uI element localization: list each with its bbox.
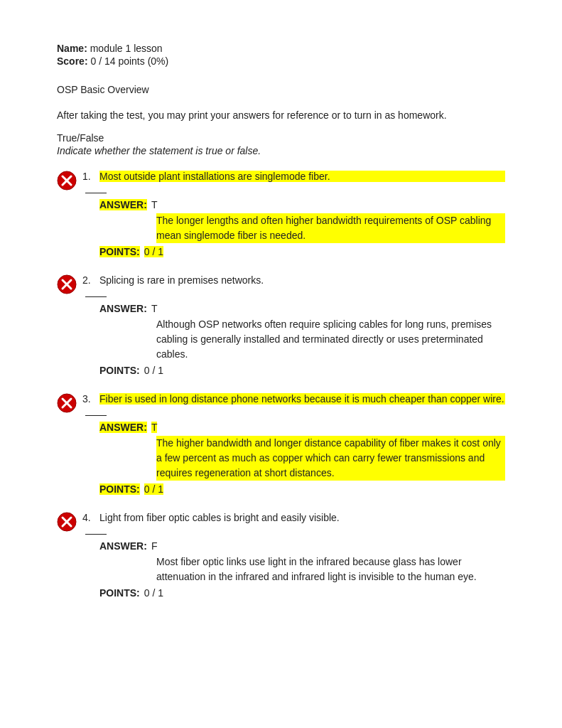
points-label-1: POINTS: bbox=[99, 246, 140, 257]
explanation-4: Most fiber optic links use light in the … bbox=[156, 555, 505, 584]
answer-label-3: ANSWER: bbox=[99, 422, 147, 433]
name-line: Name: module 1 lesson bbox=[57, 43, 505, 54]
incorrect-icon-1 bbox=[57, 171, 77, 191]
incorrect-icon-3 bbox=[57, 393, 77, 413]
answer-line-3: ANSWER: T bbox=[99, 422, 505, 433]
question-text-4: Light from fiber optic cables is bright … bbox=[99, 512, 505, 523]
header-section: Name: module 1 lesson Score: 0 / 14 poin… bbox=[57, 43, 505, 67]
answer-value-1: T bbox=[151, 199, 158, 210]
answer-value-4: F bbox=[151, 540, 158, 552]
questions-container: 1. Most outside plant installations are … bbox=[57, 171, 505, 599]
question-number-3: 3. bbox=[82, 393, 95, 405]
points-line-1: POINTS: 0 / 1 bbox=[99, 246, 505, 257]
blank-3 bbox=[85, 415, 107, 416]
points-value-3: 0 / 1 bbox=[144, 483, 163, 495]
section-type: True/False bbox=[57, 132, 505, 144]
question-number-4: 4. bbox=[82, 512, 95, 523]
points-label-4: POINTS: bbox=[99, 587, 140, 599]
points-line-3: POINTS: 0 / 1 bbox=[99, 483, 505, 495]
blank-4 bbox=[85, 534, 107, 535]
question-number-1: 1. bbox=[82, 171, 95, 182]
course-title: OSP Basic Overview bbox=[57, 84, 505, 95]
blank-1 bbox=[85, 193, 107, 193]
answer-label-1: ANSWER: bbox=[99, 199, 147, 210]
name-label: Name: bbox=[57, 43, 87, 54]
answer-label-2: ANSWER: bbox=[99, 303, 147, 314]
points-value-4: 0 / 1 bbox=[144, 587, 163, 599]
explanation-3: The higher bandwidth and longer distance… bbox=[156, 436, 505, 481]
question-content-4: 4. Light from fiber optic cables is brig… bbox=[82, 512, 505, 599]
explanation-1: The longer lengths and often higher band… bbox=[156, 213, 505, 243]
question-row-2: 2. Splicing is rare in premises networks… bbox=[82, 274, 505, 286]
points-value-2: 0 / 1 bbox=[144, 365, 163, 376]
answer-block-1: ANSWER: T The longer lengths and often h… bbox=[99, 199, 505, 257]
incorrect-icon-2 bbox=[57, 274, 77, 294]
points-label-3: POINTS: bbox=[99, 483, 140, 495]
score-value: 0 / 14 points (0%) bbox=[90, 55, 168, 67]
incorrect-icon-4 bbox=[57, 512, 77, 532]
question-block-1: 1. Most outside plant installations are … bbox=[57, 171, 505, 257]
score-line: Score: 0 / 14 points (0%) bbox=[57, 55, 505, 67]
question-content-2: 2. Splicing is rare in premises networks… bbox=[82, 274, 505, 376]
answer-value-3: T bbox=[151, 422, 158, 433]
answer-line-4: ANSWER: F bbox=[99, 540, 505, 552]
question-text-1: Most outside plant installations are sin… bbox=[99, 171, 505, 182]
question-content-3: 3. Fiber is used in long distance phone … bbox=[82, 393, 505, 495]
name-value: module 1 lesson bbox=[90, 43, 163, 54]
score-label: Score: bbox=[57, 55, 88, 67]
question-row-3: 3. Fiber is used in long distance phone … bbox=[82, 393, 505, 405]
points-line-4: POINTS: 0 / 1 bbox=[99, 587, 505, 599]
question-row-1: 1. Most outside plant installations are … bbox=[82, 171, 505, 182]
question-block-3: 3. Fiber is used in long distance phone … bbox=[57, 393, 505, 495]
explanation-2: Although OSP networks often require spli… bbox=[156, 317, 505, 362]
section-instruction: Indicate whether the statement is true o… bbox=[57, 145, 505, 156]
answer-block-2: ANSWER: T Although OSP networks often re… bbox=[99, 303, 505, 376]
points-label-2: POINTS: bbox=[99, 365, 140, 376]
points-value-1: 0 / 1 bbox=[144, 246, 163, 257]
question-number-2: 2. bbox=[82, 274, 95, 286]
question-text-3: Fiber is used in long distance phone net… bbox=[99, 393, 505, 405]
answer-block-3: ANSWER: T The higher bandwidth and longe… bbox=[99, 422, 505, 495]
answer-line-2: ANSWER: T bbox=[99, 303, 505, 314]
answer-line-1: ANSWER: T bbox=[99, 199, 505, 210]
question-row-4: 4. Light from fiber optic cables is brig… bbox=[82, 512, 505, 523]
question-block-2: 2. Splicing is rare in premises networks… bbox=[57, 274, 505, 376]
intro-text: After taking the test, you may print you… bbox=[57, 109, 505, 121]
question-content-1: 1. Most outside plant installations are … bbox=[82, 171, 505, 257]
question-text-2: Splicing is rare in premises networks. bbox=[99, 274, 505, 286]
points-line-2: POINTS: 0 / 1 bbox=[99, 365, 505, 376]
answer-label-4: ANSWER: bbox=[99, 540, 147, 552]
answer-value-2: T bbox=[151, 303, 158, 314]
question-block-4: 4. Light from fiber optic cables is brig… bbox=[57, 512, 505, 599]
blank-2 bbox=[85, 296, 107, 297]
answer-block-4: ANSWER: F Most fiber optic links use lig… bbox=[99, 540, 505, 599]
